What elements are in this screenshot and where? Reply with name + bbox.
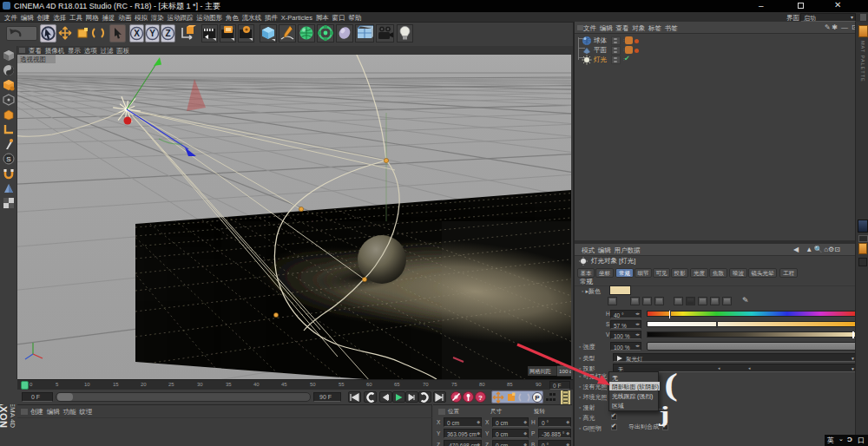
svg-text:Y: Y [149,29,155,38]
svg-text:X: X [134,29,140,38]
svg-text:S: S [6,155,10,163]
svg-text:Z: Z [165,29,170,38]
svg-text:透视视图: 透视视图 [20,56,46,63]
svg-text:?: ? [478,394,483,402]
